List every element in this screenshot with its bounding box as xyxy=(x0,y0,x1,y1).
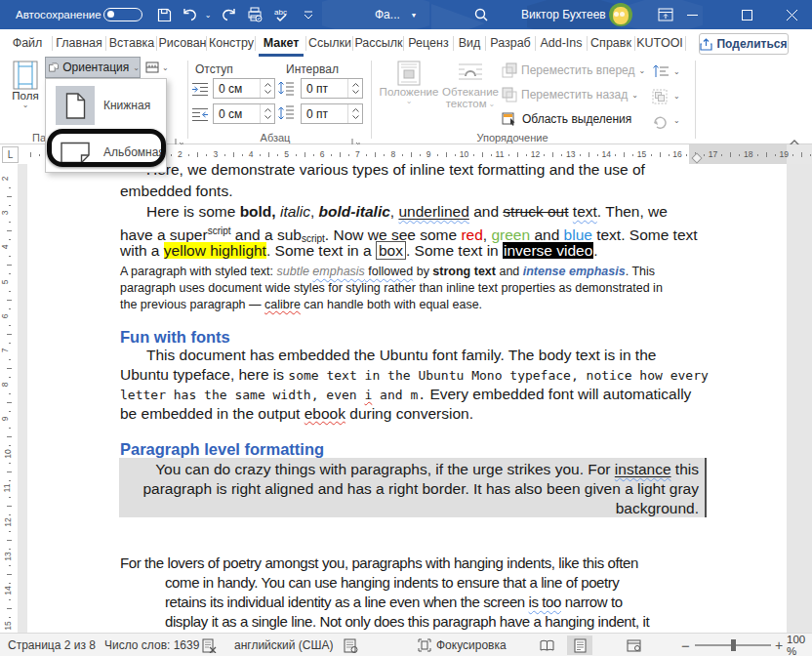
paragraph-5-line-2: come in handy. You can use hanging inden… xyxy=(165,573,619,593)
read-mode-button[interactable] xyxy=(534,636,559,655)
print-icon[interactable] xyxy=(245,5,264,24)
zoom-in-button[interactable]: + xyxy=(775,634,783,656)
text-wrap-icon xyxy=(457,61,484,86)
paragraph-5-line-4: display it as a single line. Not only do… xyxy=(165,612,649,632)
vertical-ruler[interactable]: 23456789101112131415 xyxy=(0,164,18,633)
proofing-errors-icon[interactable] xyxy=(202,634,217,656)
gray-paragraph-line-3: background. xyxy=(616,499,699,518)
paragraph-4-line-3: letter has the same width, even i and m.… xyxy=(120,385,691,405)
document-title[interactable]: Фа... xyxy=(375,0,400,29)
title-bar: Автосохранение ⌄ abc Фа... ▼ Виктор Бухт… xyxy=(0,0,812,29)
position-button[interactable]: Положение ⌄ xyxy=(381,61,437,104)
indent-left-icon xyxy=(191,82,209,96)
word-application-window: Автосохранение ⌄ abc Фа... ▼ Виктор Бухт… xyxy=(0,0,812,656)
paragraph-1-line-1: Here, we demonstrate various types of in… xyxy=(146,164,645,180)
indent-left-input[interactable]: 0 см xyxy=(213,78,275,99)
undo-dropdown-icon[interactable]: ⌄ xyxy=(198,5,218,24)
focus-icon xyxy=(418,638,431,652)
tab-design[interactable]: Констру xyxy=(208,29,255,57)
tab-layout[interactable]: Макет xyxy=(257,29,305,57)
redo-icon[interactable] xyxy=(219,5,238,24)
tab-references[interactable]: Ссылки xyxy=(307,29,352,57)
paragraph-1-line-2: embedded fonts. xyxy=(120,182,232,201)
share-button[interactable]: Поделиться xyxy=(699,33,789,55)
word-count[interactable]: Число слов: 1639 xyxy=(104,634,199,656)
send-backward-icon xyxy=(502,87,517,102)
zoom-level[interactable]: 100 % xyxy=(787,634,812,656)
web-layout-button[interactable] xyxy=(621,636,646,655)
annotation-ring xyxy=(47,129,166,167)
ribbon-tab-row: Файл Главная Вставка Рисован Констру Мак… xyxy=(0,29,812,57)
tab-developer[interactable]: Разраб xyxy=(487,29,534,57)
paragraph-4-line-4: be embedded in the output ebook during c… xyxy=(120,404,473,424)
margins-button[interactable]: Поля ⌄ xyxy=(8,61,43,108)
heading-paragraph-level-formatting: Paragraph level formatting xyxy=(120,440,324,459)
title-dropdown-icon[interactable]: ▼ xyxy=(404,5,424,24)
selection-pane-button[interactable]: Область выделения xyxy=(502,111,631,127)
print-layout-button[interactable] xyxy=(567,636,592,655)
indent-right-input[interactable]: 0 см xyxy=(213,103,275,124)
tab-help[interactable]: Справк xyxy=(589,29,633,57)
portrait-page-icon xyxy=(65,93,86,119)
spacing-before-input[interactable]: 0 пт xyxy=(301,78,363,99)
paragraph-3-line-2: paragraph uses document wide styles for … xyxy=(120,280,663,297)
language-indicator[interactable]: английский (США) xyxy=(234,634,333,656)
tab-file[interactable]: Файл xyxy=(8,29,47,57)
paragraph-2-line-3: with a yellow highlight. Some text in a … xyxy=(120,241,598,261)
tab-home[interactable]: Главная xyxy=(54,29,104,57)
paragraph-3-line-3: the previous paragraph — calibre can han… xyxy=(120,297,482,313)
heading-fun-with-fonts: Fun with fonts xyxy=(120,328,230,347)
spacing-after-icon xyxy=(277,105,295,121)
minimize-button[interactable] xyxy=(670,0,714,29)
tab-draw[interactable]: Рисован xyxy=(158,29,207,57)
zoom-out-button[interactable]: − xyxy=(681,634,690,656)
indent-label: Отступ xyxy=(195,62,233,76)
status-bar: Страница 2 из 8 Число слов: 1639 английс… xyxy=(0,633,812,656)
position-icon xyxy=(396,61,422,86)
tab-addins[interactable]: Add-Ins xyxy=(537,29,586,57)
undo-icon[interactable] xyxy=(181,5,200,24)
indent-right-icon xyxy=(191,107,209,121)
autosave-toggle[interactable] xyxy=(103,8,142,21)
paragraph-4-line-1: This document has embedded the Ubuntu fo… xyxy=(146,346,656,365)
focus-mode[interactable]: Фокусировка xyxy=(418,634,507,656)
paragraph-2-line-1: Here is some bold, italic, bold-italic, … xyxy=(146,202,668,222)
selection-pane-icon xyxy=(502,111,518,127)
document-page[interactable]: Here, we demonstrate various types of in… xyxy=(27,164,787,633)
gray-paragraph-line-2: paragraph is right aligned and has a rig… xyxy=(142,479,699,499)
gray-paragraph-line-1: You can do crazy things with paragraphs,… xyxy=(155,460,699,479)
spacing-label: Интервал xyxy=(286,62,339,76)
tab-insert[interactable]: Вставка xyxy=(107,29,156,57)
tab-view[interactable]: Вид xyxy=(455,29,484,57)
orientation-option-portrait[interactable]: Книжная xyxy=(46,83,166,128)
bring-forward-button[interactable]: Переместить вперед⌄ xyxy=(502,62,645,78)
spellcheck-icon[interactable]: abc xyxy=(272,5,292,24)
tab-selector[interactable]: L xyxy=(2,146,19,163)
group-page-setup-label: Па xyxy=(32,132,46,144)
send-backward-button[interactable]: Переместить назад⌄ xyxy=(502,87,638,102)
vertical-scrollbar[interactable] xyxy=(787,164,812,633)
save-icon[interactable] xyxy=(154,5,174,24)
spacing-after-input[interactable]: 0 пт xyxy=(301,103,363,124)
size-icon xyxy=(144,61,160,74)
search-icon[interactable] xyxy=(471,5,491,24)
tab-kutools[interactable]: KUTOOI xyxy=(636,29,683,57)
customize-qat-icon[interactable] xyxy=(299,5,318,24)
paragraph-3-line-1: A paragraph with styled text: subtle emp… xyxy=(120,264,655,280)
text-wrap-button[interactable]: Обтекание текстом⌄ xyxy=(441,61,500,109)
margins-icon xyxy=(13,61,38,90)
maximize-button[interactable] xyxy=(724,0,769,29)
orientation-icon xyxy=(49,61,59,74)
zoom-slider-thumb[interactable] xyxy=(731,639,736,651)
group-objects-icon xyxy=(652,89,668,104)
user-avatar[interactable] xyxy=(609,3,632,26)
orientation-button[interactable]: Ориентация ⌄ xyxy=(45,57,141,78)
tab-review[interactable]: Реценз xyxy=(405,29,452,57)
page-indicator[interactable]: Страница 2 из 8 xyxy=(8,634,96,656)
size-button[interactable]: ⌄ xyxy=(144,57,174,78)
group-arrange-label: Упорядочение xyxy=(468,132,556,144)
macro-icon[interactable] xyxy=(344,634,358,656)
close-button[interactable] xyxy=(771,0,812,29)
user-name[interactable]: Виктор Бухтеев xyxy=(521,0,606,29)
tab-mailings[interactable]: Рассылк xyxy=(354,29,403,57)
